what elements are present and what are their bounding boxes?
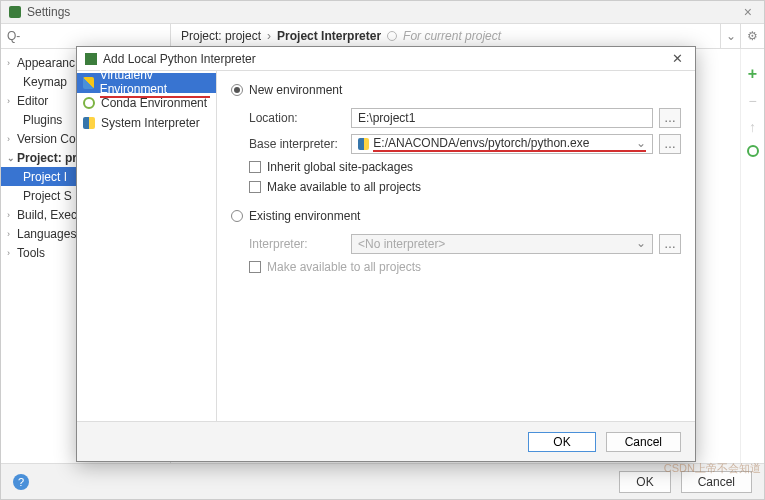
existing-environment-radio[interactable]: Existing environment	[231, 205, 681, 227]
location-label: Location:	[249, 111, 345, 125]
checkbox-icon	[249, 181, 261, 193]
add-interpreter-dialog: Add Local Python Interpreter ✕ Virtualen…	[76, 46, 696, 462]
search-input[interactable]	[1, 24, 171, 48]
gear-icon[interactable]: ⚙	[740, 24, 764, 48]
inherit-checkbox-row[interactable]: Inherit global site-packages	[249, 157, 681, 177]
base-interpreter-combo[interactable]: E:/ANACONDA/envs/pytorch/python.exe	[351, 134, 653, 154]
virtualenv-icon	[83, 77, 94, 89]
minus-icon[interactable]: −	[748, 93, 756, 109]
checkbox-icon	[249, 261, 261, 273]
interpreter-type-list: Virtualenv Environment Conda Environment…	[77, 71, 217, 421]
app-icon	[9, 6, 21, 18]
dialog-close-icon[interactable]: ✕	[668, 51, 687, 66]
make-available-checkbox-row-2: Make available to all projects	[249, 257, 681, 277]
dialog-app-icon	[85, 53, 97, 65]
breadcrumb-root: Project: project	[181, 29, 261, 43]
base-interpreter-label: Base interpreter:	[249, 137, 345, 151]
system-interpreter-option[interactable]: System Interpreter	[77, 113, 216, 133]
bottom-bar: ? OK Cancel	[1, 463, 764, 499]
location-browse-button[interactable]: …	[659, 108, 681, 128]
interpreter-form: New environment Location: E:\project1 … …	[217, 71, 695, 421]
conda-icon	[83, 97, 95, 109]
refresh-icon[interactable]	[747, 145, 759, 157]
python-file-icon	[358, 138, 369, 150]
window-title: Settings	[27, 5, 70, 19]
interpreter-combo: <No interpreter>	[351, 234, 653, 254]
dialog-footer: OK Cancel	[77, 421, 695, 461]
add-icon[interactable]: +	[748, 65, 757, 83]
checkbox-icon	[249, 161, 261, 173]
help-icon[interactable]: ?	[13, 474, 29, 490]
location-input[interactable]: E:\project1	[351, 108, 653, 128]
breadcrumb: Project: project › Project Interpreter F…	[171, 24, 511, 48]
interpreter-dropdown[interactable]: ⌄	[720, 24, 740, 48]
python-icon	[83, 117, 95, 129]
interpreter-browse-button: …	[659, 234, 681, 254]
right-gutter: + − ↑	[740, 49, 764, 463]
conda-option[interactable]: Conda Environment	[77, 93, 216, 113]
dialog-title: Add Local Python Interpreter	[103, 52, 256, 66]
titlebar: Settings ×	[1, 1, 764, 23]
radio-checked-icon	[231, 84, 243, 96]
close-icon[interactable]: ×	[740, 4, 756, 20]
up-arrow-icon[interactable]: ↑	[749, 119, 756, 135]
interpreter-label: Interpreter:	[249, 237, 345, 251]
new-environment-radio[interactable]: New environment	[231, 79, 681, 101]
virtualenv-option[interactable]: Virtualenv Environment	[77, 73, 216, 93]
base-browse-button[interactable]: …	[659, 134, 681, 154]
project-hint-icon	[387, 31, 397, 41]
dialog-ok-button[interactable]: OK	[528, 432, 595, 452]
breadcrumb-current: Project Interpreter	[277, 29, 381, 43]
make-available-checkbox-row[interactable]: Make available to all projects	[249, 177, 681, 197]
radio-unchecked-icon	[231, 210, 243, 222]
dialog-cancel-button[interactable]: Cancel	[606, 432, 681, 452]
watermark: CSDN上帝不会知道	[664, 461, 761, 476]
chevron-right-icon: ›	[267, 29, 271, 43]
breadcrumb-hint: For current project	[403, 29, 501, 43]
